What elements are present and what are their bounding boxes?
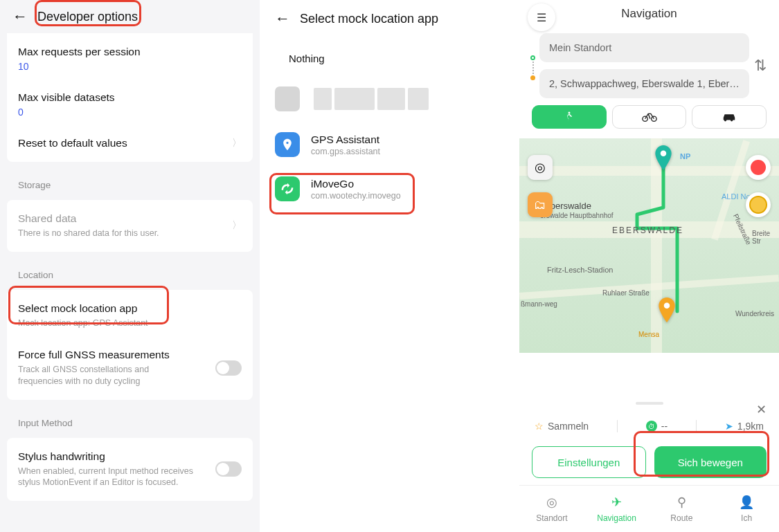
tab-navigation[interactable]: ✈ Navigation xyxy=(584,486,650,532)
back-arrow-icon[interactable]: ← xyxy=(271,6,294,32)
option-gps-assistant[interactable]: GPS Assistant com.gps.assistant xyxy=(260,122,519,167)
close-icon[interactable]: ✕ xyxy=(756,402,767,417)
tab-route[interactable]: ⚲ Route xyxy=(650,486,715,532)
route-dots-icon xyxy=(530,51,535,80)
location-icon: ◎ xyxy=(546,495,557,510)
mode-row xyxy=(528,105,771,136)
info-row: ☆ Sammeln ⏱ -- ➤ 1,9km xyxy=(532,407,767,446)
row-force-gnss[interactable]: Force full GNSS measurements Track all G… xyxy=(7,339,253,397)
map-ctl-coin[interactable] xyxy=(746,192,771,217)
row-reset-defaults[interactable]: Reset to default values 〉 xyxy=(7,127,253,159)
bottom-panel: ✕ ☆ Sammeln ⏱ -- ➤ 1,9km Einstellungen S… xyxy=(519,394,779,485)
settings-card-input: Stylus handwriting When enabled, current… xyxy=(7,438,253,502)
button-row: Einstellungen Sich bewegen xyxy=(532,446,767,478)
page-title: Developer options xyxy=(37,10,138,24)
map-ctl-record[interactable] xyxy=(746,155,771,180)
move-button[interactable]: Sich bewegen xyxy=(654,446,767,478)
gps-assistant-icon xyxy=(275,132,300,157)
svg-point-3 xyxy=(661,150,666,156)
imovego-icon xyxy=(275,176,300,201)
row-stylus[interactable]: Stylus handwriting When enabled, current… xyxy=(7,441,253,499)
route-icon: ⚲ xyxy=(677,495,686,510)
pixelated-app-row[interactable] xyxy=(260,80,519,122)
back-arrow-icon[interactable]: ← xyxy=(8,3,32,30)
page-title: Navigation xyxy=(528,4,771,28)
map-ctl-radar[interactable]: ◎ xyxy=(528,155,553,180)
menu-button[interactable]: ☰ xyxy=(528,3,555,31)
chevron-right-icon: 〉 xyxy=(232,219,242,232)
header: ← Select mock location app xyxy=(260,0,519,37)
nav-header: ☰ Navigation Mein Standort 2, Schwappach… xyxy=(519,0,779,138)
mode-car[interactable] xyxy=(692,105,767,129)
tab-standort[interactable]: ◎ Standort xyxy=(519,486,584,532)
mode-bike[interactable] xyxy=(612,105,687,129)
settings-card-location: Select mock location app Mock location a… xyxy=(7,290,253,400)
section-location-label: Location xyxy=(0,257,260,284)
stylus-toggle[interactable] xyxy=(215,461,242,477)
location-inputs: Mein Standort 2, Schwappachweg, Eberswal… xyxy=(528,28,771,105)
settings-button[interactable]: Einstellungen xyxy=(532,446,646,478)
row-shared-data[interactable]: Shared data There is no shared data for … xyxy=(7,203,253,249)
swap-icon[interactable]: ⇅ xyxy=(753,56,768,75)
settings-card-1: Max requests per session 10 Max visible … xyxy=(7,33,253,162)
header: ← Developer options xyxy=(0,0,260,33)
distance-segment: ➤ 1,9km xyxy=(725,421,764,432)
collect-segment[interactable]: ☆ Sammeln xyxy=(535,421,589,432)
route-line xyxy=(519,138,779,353)
profile-icon: 👤 xyxy=(739,495,754,510)
page-title: Select mock location app xyxy=(300,12,438,26)
tab-bar: ◎ Standort ✈ Navigation ⚲ Route 👤 Ich xyxy=(519,485,779,532)
time-segment: ⏱ -- xyxy=(646,421,668,432)
row-select-mock-location[interactable]: Select mock location app Mock location a… xyxy=(7,293,253,339)
svg-point-4 xyxy=(664,302,670,308)
pin-end xyxy=(658,297,676,322)
map[interactable]: NP ALDI Nord Eberswalde erswalde Hauptba… xyxy=(519,138,779,353)
option-nothing[interactable]: Nothing xyxy=(260,37,519,80)
screen-developer-options: ← Developer options Max requests per ses… xyxy=(0,0,260,532)
pin-start xyxy=(654,145,672,170)
mode-walk[interactable] xyxy=(532,105,607,129)
map-ctl-tools[interactable]: 🗂 xyxy=(528,192,553,217)
section-storage-label: Storage xyxy=(0,167,260,194)
screen-navigation: ☰ Navigation Mein Standort 2, Schwappach… xyxy=(519,0,779,532)
navigation-icon: ✈ xyxy=(611,495,622,510)
gnss-toggle[interactable] xyxy=(215,360,242,376)
screen-select-mock-app: ← Select mock location app Nothing GPS A… xyxy=(260,0,519,532)
tab-ich[interactable]: 👤 Ich xyxy=(714,486,779,532)
drag-handle[interactable] xyxy=(636,402,663,405)
from-field[interactable]: Mein Standort xyxy=(539,33,749,62)
row-max-datasets[interactable]: Max visible datasets 0 xyxy=(7,82,253,127)
row-max-requests[interactable]: Max requests per session 10 xyxy=(7,36,253,82)
section-input-label: Input Method xyxy=(0,405,260,432)
svg-point-0 xyxy=(568,112,570,114)
settings-card-storage: Shared data There is no shared data for … xyxy=(7,200,253,252)
chevron-right-icon: 〉 xyxy=(232,137,242,149)
to-field[interactable]: 2, Schwappachweg, Eberswalde 1, Eber… xyxy=(539,69,749,98)
option-imovego[interactable]: iMoveGo com.wootechy.imovego xyxy=(260,167,519,211)
